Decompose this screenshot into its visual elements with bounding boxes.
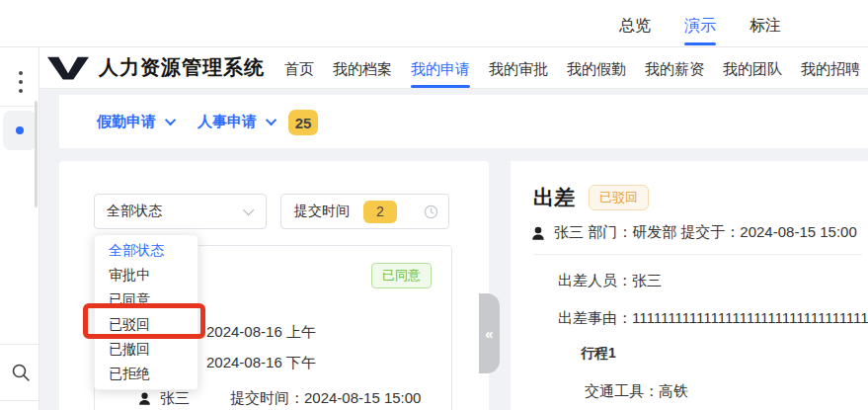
chevron-down-icon [165, 115, 176, 125]
submit-time-text: 提交时间：2024-08-15 15:00 [230, 389, 421, 408]
collapse-panel-handle[interactable]: « [479, 293, 500, 373]
nav-my-applications[interactable]: 我的申请 [411, 47, 470, 88]
applicant-name: 张三 [160, 389, 190, 408]
submit-time-filter[interactable]: 提交时间 2 [280, 194, 449, 229]
field-transport: 交通工具：高铁 [585, 382, 868, 401]
app-header: 人力资源管理系统 首页 我的档案 我的申请 我的审批 我的假勤 我的薪资 我的团… [39, 47, 868, 89]
rail-scrollbar[interactable] [35, 101, 38, 207]
search-icon[interactable] [11, 363, 31, 382]
time-filter-badge: 2 [363, 201, 397, 223]
nav-my-attendance[interactable]: 我的假勤 [567, 47, 626, 88]
app-title: 人力资源管理系统 [99, 54, 265, 81]
hr-system-screen: 总览 演示 标注 人力资源管理系统 首页 我的档案 我的申请 我的审批 我的假勤… [0, 0, 868, 410]
tab-annotation[interactable]: 标注 [750, 0, 781, 47]
nav-home[interactable]: 首页 [284, 47, 314, 88]
status-badge-rejected: 已驳回 [589, 185, 649, 210]
field-travel-reason: 出差事由：11111111111111111111111111111111111… [558, 309, 868, 328]
dropdown-option-in-review[interactable]: 审批中 [95, 263, 197, 287]
trip-section-title: 行程1 [581, 345, 616, 363]
rail-divider [0, 400, 39, 401]
detail-meta-text: 张三 部门：研发部 提交于：2024-08-15 15:00 [554, 223, 857, 242]
dropdown-option-rejected-back[interactable]: 已驳回 [95, 312, 197, 337]
active-dot-icon [16, 126, 24, 134]
submit-time-label: 提交时间 [294, 203, 350, 220]
dropdown-option-all[interactable]: 全部状态 [95, 238, 197, 263]
status-badge-approved: 已同意 [371, 263, 432, 288]
field-travel-person: 出差人员：张三 [558, 272, 868, 290]
user-icon [530, 225, 546, 241]
nav-my-approvals[interactable]: 我的审批 [489, 47, 548, 88]
chevron-down-icon [243, 205, 254, 215]
nav-my-recruiting[interactable]: 我的招聘 [801, 47, 860, 88]
rail-divider [0, 344, 39, 345]
tab-label: 人事申请 [197, 113, 257, 131]
user-icon [137, 391, 152, 406]
field-value: 张三 [632, 272, 662, 288]
dropdown-option-withdrawn[interactable]: 已撤回 [95, 337, 197, 362]
tab-label: 假勤申请 [97, 113, 156, 131]
chevron-down-icon [266, 115, 276, 125]
kebab-menu-icon[interactable] [15, 67, 27, 97]
rail-active-item[interactable] [3, 111, 37, 150]
tab-attendance-applications[interactable]: 假勤申请 [97, 95, 176, 148]
field-value: 高铁 [659, 382, 688, 399]
app-logo-icon [47, 56, 89, 80]
tab-overview[interactable]: 总览 [619, 0, 651, 47]
card-date-line: 2024-08-16 上午 [206, 323, 316, 342]
tab-hr-applications[interactable]: 人事申请 [197, 95, 276, 148]
application-tab-band: 假勤申请 人事申请 25 [59, 95, 868, 148]
status-select[interactable]: 全部状态 [94, 194, 267, 229]
pending-count-badge: 25 [288, 110, 318, 135]
demo-tab-group: 总览 演示 标注 [619, 0, 781, 47]
main-nav: 首页 我的档案 我的申请 我的审批 我的假勤 我的薪资 我的团队 我的招聘 [284, 47, 860, 88]
rail-divider [0, 106, 39, 107]
nav-my-salary[interactable]: 我的薪资 [645, 47, 704, 88]
field-label: 出差人员： [558, 272, 632, 288]
field-value: 1111111111111111111111111111111111111111… [632, 309, 868, 326]
clock-icon [424, 205, 438, 219]
field-label: 出差事由： [558, 309, 632, 326]
detail-divider [533, 254, 862, 255]
detail-meta-row: 张三 部门：研发部 提交于：2024-08-15 15:00 [530, 223, 857, 242]
dropdown-option-approved[interactable]: 已同意 [95, 287, 197, 312]
status-dropdown-menu: 全部状态 审批中 已同意 已驳回 已撤回 已拒绝 [94, 234, 198, 390]
status-select-value: 全部状态 [107, 203, 162, 220]
field-label: 交通工具： [585, 382, 659, 399]
detail-title: 出差 [533, 184, 575, 211]
tab-demo[interactable]: 演示 [684, 0, 716, 47]
demo-topbar: 总览 演示 标注 [0, 0, 868, 47]
card-footer: 张三 提交时间：2024-08-15 15:00 [137, 389, 421, 408]
left-rail [0, 47, 39, 410]
detail-panel: 出差 已驳回 张三 部门：研发部 提交于：2024-08-15 15:00 出差… [511, 161, 868, 410]
nav-my-team[interactable]: 我的团队 [723, 47, 782, 88]
nav-my-profile[interactable]: 我的档案 [333, 47, 392, 88]
main-content: 假勤申请 人事申请 25 全部状态 提交时间 2 [39, 89, 868, 410]
dropdown-option-refused[interactable]: 已拒绝 [95, 362, 197, 386]
detail-header: 出差 已驳回 [533, 184, 649, 211]
card-date-line: 2024-08-16 下午 [206, 354, 316, 372]
